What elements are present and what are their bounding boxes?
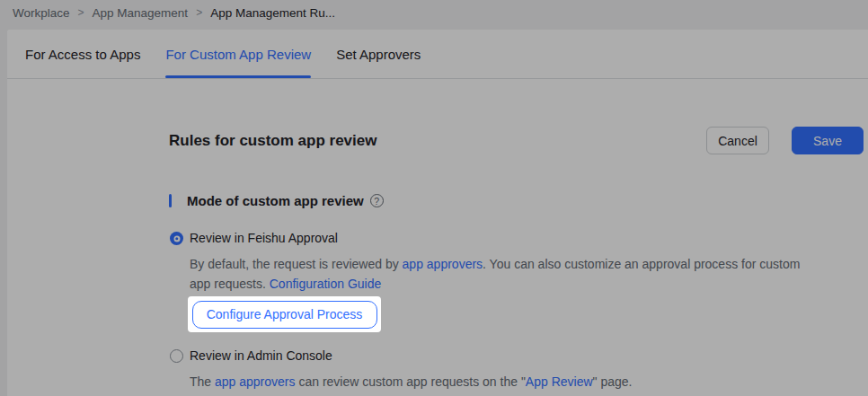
content-card [7, 30, 868, 396]
breadcrumb-workplace[interactable]: Workplace [13, 6, 70, 20]
app-approvers-link[interactable]: app approvers [403, 257, 483, 271]
app-review-page-link[interactable]: App Review [526, 374, 593, 389]
radio-review-in-admin-console[interactable] [170, 349, 183, 363]
feishu-approval-description: By default, the request is reviewed by a… [190, 254, 840, 294]
breadcrumb-app-management[interactable]: App Management [93, 6, 189, 20]
description-text: " page. [593, 374, 633, 389]
tab-for-custom-app-review[interactable]: For Custom App Review [165, 30, 311, 78]
radio-review-in-feishu-approval[interactable] [170, 232, 183, 245]
section-header: Mode of custom app review ? [169, 193, 384, 208]
description-text: . You can also customize an approval pro… [483, 257, 800, 271]
breadcrumb-separator-icon: > [78, 6, 84, 19]
radio-label-review-in-admin-console[interactable]: Review in Admin Console [190, 348, 332, 363]
breadcrumb-current-page: App Management Ru... [210, 6, 335, 20]
section-accent-bar [169, 194, 172, 207]
tab-set-approvers[interactable]: Set Approvers [336, 30, 421, 78]
app-management-page: Workplace > App Management > App Managem… [0, 0, 868, 396]
save-button[interactable]: Save [792, 127, 864, 154]
description-text: can review custom app requests on the " [296, 374, 526, 389]
description-text: By default, the request is reviewed by [190, 257, 403, 271]
tab-for-access-to-apps[interactable]: For Access to Apps [25, 30, 140, 78]
help-icon[interactable]: ? [370, 194, 384, 207]
page-title: Rules for custom app review [169, 132, 376, 150]
cancel-button[interactable]: Cancel [706, 127, 769, 154]
breadcrumb-separator-icon: > [196, 6, 202, 19]
app-approvers-link[interactable]: app approvers [215, 374, 296, 389]
tour-highlight-box: Configure Approval Process [188, 296, 381, 332]
admin-console-description: The app approvers can review custom app … [190, 372, 840, 392]
description-text: app requests. [190, 277, 270, 291]
breadcrumb: Workplace > App Management > App Managem… [0, 0, 868, 25]
radio-label-review-in-feishu-approval[interactable]: Review in Feishu Approval [190, 231, 338, 245]
tab-bar: For Access to Apps For Custom App Review… [7, 30, 868, 79]
description-text: The [190, 374, 215, 389]
configuration-guide-link[interactable]: Configuration Guide [270, 277, 382, 291]
configure-approval-process-button[interactable]: Configure Approval Process [192, 301, 377, 329]
section-title: Mode of custom app review [187, 193, 364, 208]
